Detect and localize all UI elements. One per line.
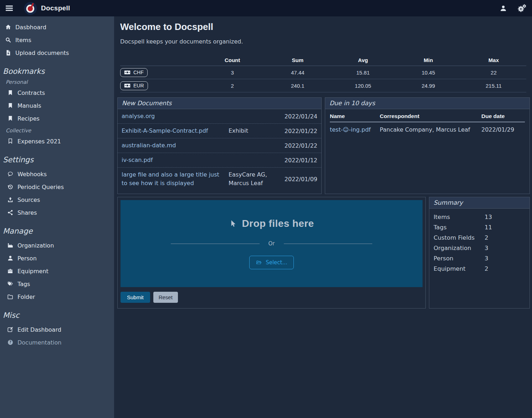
sidebar-item-edit-dashboard[interactable]: Edit Dashboard [0,323,114,336]
or-divider: Or [171,240,372,247]
misc-section-header: Misc [3,311,114,320]
manage-section-header: Manage [3,227,114,235]
stats-table: Count Sum Avg Min Max CHF 3 47.44 15. [120,54,526,92]
drop-title: Drop files here [229,218,314,229]
summary-value: 3 [485,255,488,262]
reset-button[interactable]: Reset [153,292,178,303]
sidebar-item-person[interactable]: Person [0,252,114,265]
sidebar-item-label: Edit Dashboard [17,326,61,333]
submit-button[interactable]: Submit [121,292,150,303]
stats-row-chf: CHF 3 47.44 15.81 10.45 22 [120,66,526,79]
document-date: 2022/01/22 [284,142,317,149]
stats-header-sum: Sum [265,57,330,63]
summary-row: Organization 3 [434,243,525,253]
document-date: 2022/01/22 [284,128,317,134]
summary-list: Items 13 Tags 11 Custom Fields 2 Organiz… [429,209,530,277]
sidebar-item-recipes[interactable]: Recipes [0,112,114,125]
summary-label: Custom Fields [434,234,485,241]
page-title: Welcome to Docspell [120,21,530,32]
due-date: 2022/01/29 [481,126,525,133]
select-files-button[interactable]: Select... [249,256,294,269]
due-panel: Due in 10 days Name Correspondent Due da… [325,97,530,194]
bookmarks-section-header: Bookmarks [3,67,114,76]
cogs-icon[interactable] [517,4,526,13]
user-icon[interactable] [500,5,507,12]
sidebar-item-label: Items [15,37,31,44]
svg-text:?: ? [9,340,11,344]
summary-label: Items [434,214,485,220]
stats-header-count: Count [200,57,265,63]
top-navbar: Docspell [0,0,532,16]
sidebar-item-equipment[interactable]: Equipment [0,265,114,277]
summary-row: Tags 11 [434,222,525,233]
due-row: test-☺-ing.pdf Pancake Company, Marcus L… [330,122,525,137]
industry-icon [7,242,14,249]
document-link[interactable]: analyse.org [122,112,229,121]
stats-header-avg: Avg [330,57,395,63]
sidebar-item-label: Expenses 2021 [17,138,61,145]
sidebar-item-folder[interactable]: Folder [0,290,114,303]
sidebar-item-label: Dasbhoard [15,24,46,31]
share-icon [7,209,14,216]
sidebar-item-upload-documents[interactable]: Upload documents [0,46,114,59]
document-row: large file and also a large title just t… [118,167,321,190]
summary-label: Organization [434,245,485,251]
bookmark-icon [7,115,14,122]
due-header-name: Name [330,113,380,119]
sidebar-item-label: Organization [17,242,54,249]
document-link[interactable]: large file and also a large title just t… [122,170,229,188]
sidebar-item-organization[interactable]: Organization [0,239,114,252]
menu-icon[interactable] [5,4,14,12]
file-dropzone[interactable]: Drop files here Or Select... [121,200,423,287]
due-header-row: Name Correspondent Due date [330,111,525,122]
sidebar-item-label: Person [17,255,37,262]
sidebar-item-contracts[interactable]: Contracts [0,86,114,99]
stat-min: 24.99 [396,83,461,89]
currency-badge-chf[interactable]: CHF [120,68,148,77]
briefcase-icon [7,268,14,274]
sidebar-item-periodic-queries[interactable]: Periodic Queries [0,180,114,193]
upload-panel: Drop files here Or Select... [117,197,426,309]
sidebar-item-items[interactable]: Items [0,34,114,46]
summary-value: 3 [485,245,488,251]
summary-value: 2 [485,234,488,241]
currency-badge-eur[interactable]: EUR [120,81,148,90]
question-circle-icon: ? [7,339,14,346]
sidebar-item-webhooks[interactable]: Webhooks [0,168,114,180]
sidebar-item-dashboard[interactable]: Dasbhoard [0,21,114,34]
sidebar-item-tags[interactable]: Tags [0,277,114,290]
sidebar-item-sources[interactable]: Sources [0,193,114,206]
edit-icon [7,326,14,333]
sidebar-item-manuals[interactable]: Manuals [0,99,114,112]
document-link[interactable]: test-☺-ing.pdf [330,126,380,133]
sidebar-item-shares[interactable]: Shares [0,206,114,219]
document-correspondent: EasyCare AG, Marcus Leaf [229,170,284,188]
money-bill-icon [124,83,131,88]
document-link[interactable]: Exhibit-A-Sample-Contract.pdf [122,127,229,135]
sidebar-item-label: Shares [17,209,37,216]
sidebar-item-documentation[interactable]: ? Documentation [0,336,114,349]
sidebar-item-label: Tags [17,281,30,287]
tags-icon [7,281,14,287]
stat-avg: 120.05 [330,83,395,89]
upload-icon [7,197,14,203]
new-documents-list: analyse.org 2022/01/24 Exhibit-A-Sample-… [118,109,321,190]
brand[interactable]: Docspell [24,2,70,15]
summary-row: Custom Fields 2 [434,233,525,243]
document-link[interactable]: iv-scan.pdf [122,156,229,164]
document-link[interactable]: australian-date.md [122,141,229,150]
stats-header-row: Count Sum Avg Min Max [120,54,526,66]
bookmark-outline-icon [7,138,14,144]
select-label: Select... [266,259,287,266]
summary-label: Tags [434,224,485,231]
sidebar-item-expenses-2021[interactable]: Expenses 2021 [0,135,114,148]
file-upload-icon [5,50,11,56]
bookmark-icon [7,90,14,96]
or-label: Or [268,240,275,247]
due-table: Name Correspondent Due date test-☺-ing.p… [325,109,530,138]
summary-row: Items 13 [434,212,525,222]
document-correspondent: Exhibit [229,127,284,135]
upload-actions: Submit Reset [121,292,423,303]
bookmark-group-collective-header: Collective [6,128,114,133]
stat-count: 3 [200,70,265,76]
